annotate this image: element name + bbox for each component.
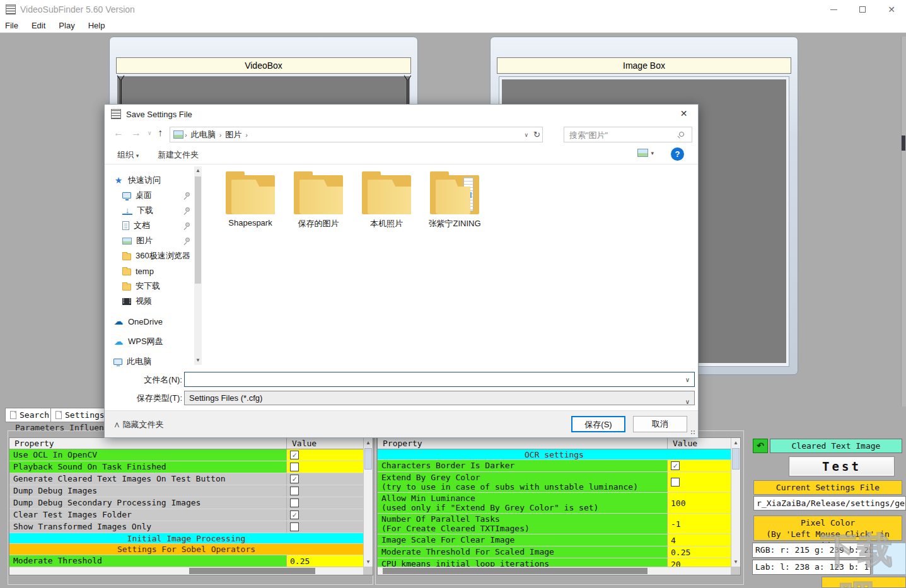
window-scrollbar[interactable] [901,37,906,406]
close-button[interactable]: ✕ [877,0,906,19]
checkbox[interactable] [290,499,299,507]
horizontal-scrollbar[interactable] [9,567,363,575]
value-cell: 0.25 [287,555,363,567]
filename-input[interactable]: ∨ [184,372,695,387]
value-text[interactable]: 0.25 [290,556,310,567]
checkbox[interactable]: ✓ [671,461,680,470]
forward-icon[interactable]: → [131,127,141,139]
cancel-button[interactable]: 取消 [633,416,687,432]
scroll-up-icon[interactable]: ▲ [364,438,373,447]
maximize-button[interactable] [848,0,877,19]
scroll-thumb[interactable] [195,176,201,284]
sidebar-item[interactable]: 桌面 [110,188,193,203]
menu-item-edit[interactable]: Edit [32,21,45,30]
horizontal-scrollbar[interactable] [378,567,731,575]
undo-button[interactable]: ↶ [753,439,768,453]
search-box[interactable]: 搜索"图片" [564,127,692,142]
checkbox[interactable]: ✓ [290,475,299,483]
cloud2-icon: ☁ [113,336,124,347]
scroll-down-icon[interactable]: ▼ [364,557,373,567]
vertical-scrollbar[interactable]: ▲ ▼ [363,438,373,567]
view-mode-button[interactable]: ▾ [637,149,654,157]
column-header-value: Value [287,438,363,449]
value-text[interactable]: 100 [671,498,685,509]
scroll-up-icon[interactable]: ▲ [194,166,202,175]
menu-item-play[interactable]: Play [59,21,74,30]
menu-bar: FileEditPlayHelp [0,19,906,33]
param-row: Moderate Threshold For Scaled Image0.25 [378,546,731,558]
minimize-button[interactable] [819,0,848,19]
savetype-select[interactable]: Settings Files (*.cfg) ∨ [184,391,695,405]
window-scrollbar-thumb[interactable] [902,135,905,151]
scroll-thumb[interactable] [364,448,372,470]
filename-label: 文件名(N): [110,374,182,386]
tab-search[interactable]: Search [5,408,54,422]
sidebar-item[interactable]: ↓下载 [110,203,193,218]
cloud1-icon: ☁ [113,316,124,327]
pixel-color-swatch [873,543,906,575]
checkbox[interactable]: ✓ [290,510,299,519]
video-right-marker[interactable] [405,75,410,105]
back-icon[interactable]: ← [113,127,124,139]
sidebar-item[interactable]: 此电脑 [110,354,193,366]
sidebar-item[interactable]: 安下载 [110,279,193,294]
folder-item[interactable]: 保存的图片 [284,173,352,250]
folder-item[interactable]: 张紫宁ZINING [421,173,489,250]
checkbox[interactable] [290,522,299,531]
scroll-down-icon[interactable]: ▼ [731,557,740,567]
video-left-marker[interactable] [118,75,124,105]
checkbox[interactable] [290,487,299,495]
page-icon [10,411,16,419]
dialog-close-button[interactable]: ✕ [670,105,698,124]
resize-grip[interactable] [691,430,696,435]
menu-item-file[interactable]: File [5,21,18,30]
new-folder-button[interactable]: 新建文件夹 [158,149,199,161]
sidebar-item[interactable]: 360极速浏览器 [110,248,193,263]
menu-item-help[interactable]: Help [88,21,105,30]
tab-settings[interactable]: Settings [50,408,110,422]
folder-label: 本机照片 [352,218,421,229]
folder-item[interactable]: 本机照片 [352,173,421,250]
value-text[interactable]: 0.25 [671,547,690,558]
save-button[interactable]: 保存(S) [571,416,625,432]
scroll-thumb[interactable] [383,568,648,574]
sidebar-item[interactable]: temp [110,263,193,279]
value-text[interactable]: 4 [671,535,676,546]
value-text[interactable]: 20 [671,559,681,567]
chevron-down-icon[interactable]: ∨ [685,376,690,383]
dialog-nav-bar: ← → ∨ ↑ › 此电脑 › 图片 › ∨ ↻ 搜索"图片" [105,124,698,145]
scroll-up-icon[interactable]: ▲ [731,438,740,447]
videobox-title: VideoBox [116,57,411,74]
up-icon[interactable]: ↑ [158,127,163,139]
checkbox[interactable] [671,478,680,487]
address-dropdown-icon[interactable]: ∨ [525,132,529,138]
vertical-scrollbar[interactable]: ▲ ▼ [731,438,740,567]
checkbox[interactable] [290,463,299,471]
breadcrumb-pictures[interactable]: 图片 [223,129,244,141]
sidebar-item[interactable]: ☁WPS网盘 [110,334,193,349]
folder-icon [122,253,131,260]
hide-folders-button[interactable]: ∧ 隐藏文件夹 [113,419,163,430]
sidebar-item[interactable]: 图片 [110,233,193,248]
sidebar-item[interactable]: ★快速访问 [110,173,193,188]
settings-file-path[interactable]: r_XiaZaiBa/Release/settings/genera [753,496,906,510]
sidebar-item[interactable]: ☁OneDrive [110,314,193,329]
test-button[interactable]: Test [789,456,895,476]
breadcrumb-this-pc[interactable]: 此电脑 [189,129,218,141]
chevron-down-icon[interactable]: ∨ [685,395,690,408]
sidebar-item[interactable]: 视频 [110,294,193,309]
refresh-icon[interactable]: ↻ [533,130,540,139]
pixel-color-header: Pixel Color (By 'Left Mouse Click' in Vi… [753,516,902,541]
checkbox[interactable]: ✓ [290,451,299,459]
address-bar[interactable]: › 此电脑 › 图片 › ∨ ↻ [170,127,543,142]
folder-item[interactable]: Shapespark [216,173,284,250]
scroll-thumb[interactable] [732,448,740,470]
help-button[interactable]: ? [671,147,684,161]
history-chevron-icon[interactable]: ∨ [148,130,152,136]
organize-button[interactable]: 组织 ▾ [117,149,139,161]
scroll-thumb[interactable] [189,568,315,574]
scroll-down-icon[interactable]: ▼ [194,356,202,365]
value-text[interactable]: -1 [671,519,681,529]
sidebar-scrollbar[interactable]: ▲ ▼ [194,166,202,365]
sidebar-item[interactable]: 文档 [110,218,193,233]
